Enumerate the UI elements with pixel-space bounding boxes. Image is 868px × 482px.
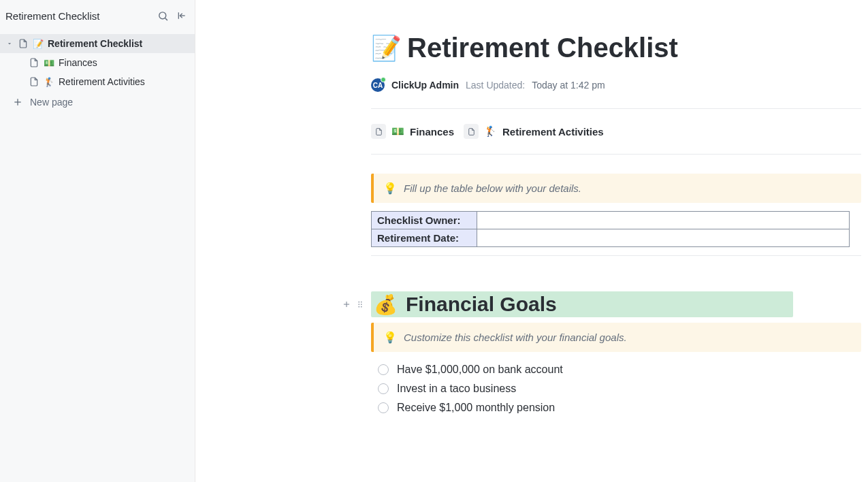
sidebar-header-actions [157,10,188,22]
lightbulb-icon: 💡 [383,331,397,344]
retirement-date-label: Retirement Date: [372,229,477,247]
sub-page-label: Finances [410,126,454,138]
checkbox[interactable] [378,402,389,413]
document-content: 📝 Retirement Checklist CA ClickUp Admin … [371,33,861,417]
document-icon [18,38,29,49]
svg-point-12 [358,306,359,308]
sidebar-item-retirement-activities[interactable]: 🏌️ Retirement Activities [0,72,195,91]
nav-item-label: Retirement Activities [59,76,145,87]
sidebar: Retirement Checklist 📝 Retirement Checkl… [0,0,195,482]
drag-handle-icon[interactable] [355,299,366,310]
checklist-item-label: Have $1,000,000 on bank account [397,364,563,376]
section-heading-row: 💰 Financial Goals [371,291,861,317]
search-icon[interactable] [157,10,169,22]
svg-point-0 [159,12,165,18]
checklist-item-label: Invest in a taco business [397,383,516,395]
updated-label: Last Updated: [466,80,525,91]
sidebar-item-retirement-checklist[interactable]: 📝 Retirement Checklist [0,34,195,53]
checklist-item-label: Receive $1,000 monthly pension [397,402,555,414]
divider [371,108,861,109]
document-icon [371,124,386,139]
updated-value: Today at 1:42 pm [532,80,605,91]
svg-point-11 [361,304,362,305]
author-avatar[interactable]: CA [371,78,385,92]
collapse-sidebar-icon[interactable] [176,10,188,22]
info-table: Checklist Owner: Retirement Date: [371,211,850,247]
block-controls [341,299,366,310]
sidebar-title: Retirement Checklist [5,10,99,22]
callout-text: Fill up the table below with your detail… [404,182,581,194]
sidebar-item-finances[interactable]: 💵 Finances [0,53,195,72]
page-title[interactable]: 📝 Retirement Checklist [371,33,861,63]
sub-page-emoji: 🏌️ [484,125,497,138]
sub-page-finances[interactable]: 💵 Finances [371,124,454,139]
nav-item-label: Finances [59,57,97,68]
section-emoji: 💰 [374,293,398,316]
svg-line-1 [165,18,167,20]
document-icon [29,57,39,68]
checklist-item[interactable]: Invest in a taco business [371,379,861,398]
checklist-owner-value[interactable] [477,212,850,229]
divider [371,255,861,256]
table-row: Retirement Date: [372,229,850,247]
divider [371,154,861,155]
sub-page-retirement-activities[interactable]: 🏌️ Retirement Activities [464,124,604,139]
checkbox[interactable] [378,364,389,375]
document-icon [464,124,479,139]
table-row: Checklist Owner: [372,212,850,229]
add-block-icon[interactable] [341,299,352,310]
retirement-date-value[interactable] [477,229,850,247]
page-meta: CA ClickUp Admin Last Updated: Today at … [371,78,861,92]
svg-point-13 [361,306,362,308]
document-icon [29,76,39,87]
page-title-text: Retirement Checklist [407,33,678,63]
sidebar-nav: 📝 Retirement Checklist 💵 Finances 🏌️ Ret… [0,31,195,91]
presence-dot [381,77,386,82]
nav-item-emoji: 🏌️ [44,77,54,87]
nav-item-emoji: 📝 [33,39,44,49]
checklist-owner-label: Checklist Owner: [372,212,477,229]
main-content: 📝 Retirement Checklist CA ClickUp Admin … [195,0,868,482]
sub-pages-row: 💵 Finances 🏌️ Retirement Activities [371,117,861,146]
svg-point-10 [358,304,359,305]
callout-customize-goals[interactable]: 💡 Customize this checklist with your fin… [371,323,861,352]
new-page-button[interactable]: New page [0,91,195,113]
avatar-initials: CA [373,82,383,89]
financial-goals-heading[interactable]: 💰 Financial Goals [371,291,793,317]
section-title: Financial Goals [406,293,557,316]
author-name: ClickUp Admin [391,80,459,91]
callout-text: Customize this checklist with your finan… [404,332,627,343]
nav-item-emoji: 💵 [44,58,54,68]
checklist-item[interactable]: Have $1,000,000 on bank account [371,360,861,379]
checkbox[interactable] [378,383,389,394]
nav-item-label: Retirement Checklist [48,38,142,49]
sidebar-header: Retirement Checklist [0,0,195,31]
new-page-label: New page [30,97,73,108]
lightbulb-icon: 💡 [383,182,397,195]
chevron-down-icon[interactable] [5,40,14,47]
svg-point-8 [358,302,359,303]
sub-page-label: Retirement Activities [502,126,604,138]
page-title-emoji: 📝 [371,34,402,63]
svg-point-9 [361,302,362,303]
financial-goals-checklist: Have $1,000,000 on bank account Invest i… [371,360,861,417]
sub-page-emoji: 💵 [391,125,404,138]
plus-icon [12,97,23,108]
checklist-item[interactable]: Receive $1,000 monthly pension [371,398,861,417]
callout-fill-details[interactable]: 💡 Fill up the table below with your deta… [371,174,861,203]
